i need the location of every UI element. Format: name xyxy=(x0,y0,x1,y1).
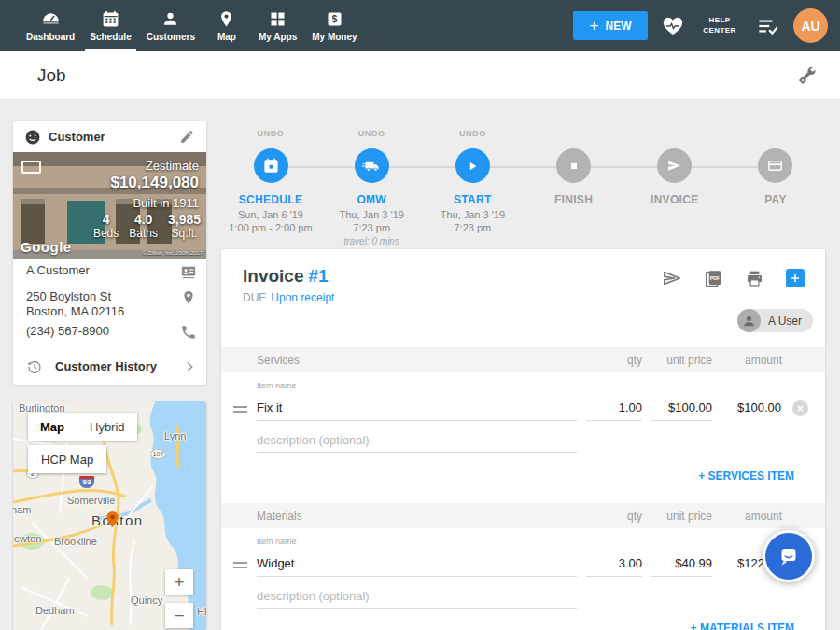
drag-handle[interactable] xyxy=(233,559,247,571)
top-nav: Dashboard Schedule Customers Map My Apps… xyxy=(0,0,840,51)
invoice-number[interactable]: #1 xyxy=(308,266,328,286)
nav-item-my-money[interactable]: $ My Money xyxy=(304,0,364,51)
service-amount: $100.00 xyxy=(737,400,781,414)
customer-card: Customer Zestimate $10,149,080 Built in … xyxy=(13,121,206,385)
sqft-stat: 3,985 Sq.ft. xyxy=(168,212,201,240)
person-icon xyxy=(741,313,757,329)
pdf-button[interactable]: PDF xyxy=(704,269,723,288)
customer-phone-row: (234) 567-8900 xyxy=(26,324,197,341)
due-value-link[interactable]: Upon receipt xyxy=(271,291,334,304)
chat-widget-button[interactable] xyxy=(763,530,815,582)
chat-bubble-icon xyxy=(775,542,803,570)
due-label: DUE xyxy=(243,291,266,304)
pay-step-button[interactable] xyxy=(758,148,792,183)
invoice-actions: PDF xyxy=(662,268,805,288)
new-button[interactable]: + NEW xyxy=(573,11,648,40)
money-icon: $ xyxy=(325,9,344,29)
assignee-chip[interactable]: A User xyxy=(737,309,813,332)
material-item-name-input[interactable] xyxy=(257,551,577,577)
nav-item-map[interactable]: Map xyxy=(203,0,251,51)
nav-item-label: Dashboard xyxy=(26,32,75,42)
streetview-frame-icon[interactable] xyxy=(21,161,41,174)
customer-history-button[interactable]: Customer History xyxy=(13,348,206,385)
start-step-button[interactable] xyxy=(455,148,490,183)
address-line2: Boston, MA 02116 xyxy=(26,304,124,318)
undo-schedule-button[interactable]: UNDO xyxy=(258,129,285,141)
send-icon xyxy=(665,157,683,175)
step-label: FINISH xyxy=(554,193,593,206)
drag-handle[interactable] xyxy=(233,403,247,415)
health-pulse-button[interactable] xyxy=(662,15,684,37)
remove-service-item-button[interactable] xyxy=(792,400,808,416)
customer-name: A Customer xyxy=(26,263,90,280)
step-label: START xyxy=(454,193,492,206)
user-avatar[interactable]: AU xyxy=(793,8,828,43)
map-type-hybrid-button[interactable]: Hybrid xyxy=(77,413,137,441)
map-label-somerville: Somerville xyxy=(67,495,115,506)
zoom-in-button[interactable]: + xyxy=(165,569,193,595)
undo-omw-button[interactable]: UNDO xyxy=(358,129,385,141)
phone-icon[interactable] xyxy=(180,324,197,341)
print-button[interactable] xyxy=(745,269,764,288)
finish-step-button[interactable] xyxy=(556,148,591,183)
location-pin-icon[interactable] xyxy=(180,289,197,306)
schedule-step-button[interactable] xyxy=(254,148,288,183)
section-name: Materials xyxy=(257,510,302,523)
photo-copyright: © Zillow, Inc. 2006-2017 xyxy=(143,250,203,256)
nav-item-my-apps[interactable]: My Apps xyxy=(251,0,304,51)
svg-text:PDF: PDF xyxy=(710,274,721,280)
timeline-step-start: UNDO START Thu, Jan 3 '19 7:23 pm xyxy=(423,129,522,248)
baths-value: 4.0 xyxy=(134,212,152,227)
item-name-label: Item name xyxy=(257,381,297,390)
nav-item-label: Map xyxy=(217,32,236,42)
service-qty-input[interactable] xyxy=(586,395,642,421)
send-invoice-button[interactable] xyxy=(662,268,682,288)
nav-item-dashboard[interactable]: Dashboard xyxy=(19,0,82,51)
map-type-map-button[interactable]: Map xyxy=(28,413,77,441)
omw-step-button[interactable] xyxy=(355,148,389,183)
sqft-label: Sq.ft. xyxy=(171,227,197,240)
add-invoice-button[interactable] xyxy=(786,269,805,287)
timeline-step-finish: FINISH xyxy=(525,129,623,248)
service-description-input[interactable] xyxy=(257,428,577,453)
undo-start-button[interactable]: UNDO xyxy=(459,129,486,141)
invoice-title: Invoice#1 xyxy=(243,266,329,287)
service-item-name-input[interactable] xyxy=(257,395,577,421)
invoice-step-button[interactable] xyxy=(657,148,692,183)
customer-address: 250 Boylston St Boston, MA 02116 xyxy=(26,289,124,319)
history-clock-icon xyxy=(26,358,43,375)
job-settings-button[interactable] xyxy=(797,65,818,86)
job-location-marker xyxy=(106,511,119,527)
new-button-label: NEW xyxy=(605,20,631,33)
nav-item-customers[interactable]: Customers xyxy=(139,0,203,51)
customer-name-row: A Customer xyxy=(26,263,197,280)
contact-card-icon[interactable] xyxy=(180,263,197,280)
add-service-item-link[interactable]: + SERVICES ITEM xyxy=(698,469,794,483)
map-label-brookline: Brookline xyxy=(54,536,97,547)
nav-item-schedule[interactable]: Schedule xyxy=(82,0,138,51)
material-qty-input[interactable] xyxy=(586,551,642,577)
services-section-header: Services qty unit price amount xyxy=(221,347,825,372)
map-type-hcp-button[interactable]: HCP Map xyxy=(28,445,106,473)
material-description-input[interactable] xyxy=(257,584,577,609)
customer-card-title: Customer xyxy=(49,130,172,144)
assignee-name: A User xyxy=(768,315,802,328)
google-watermark: Google xyxy=(21,239,72,255)
send-icon xyxy=(662,268,682,288)
edit-pencil-icon[interactable] xyxy=(179,129,195,145)
zoom-out-button[interactable]: − xyxy=(165,603,193,628)
material-unit-price-input[interactable] xyxy=(651,551,712,577)
map-type-switcher: Map Hybrid xyxy=(28,413,137,441)
person-icon xyxy=(161,9,180,29)
step-date-line2: 7:23 pm xyxy=(455,222,492,233)
help-center-button[interactable]: HELP CENTER xyxy=(698,16,741,36)
checklist-button[interactable] xyxy=(755,14,779,38)
play-icon xyxy=(464,158,481,175)
add-material-item-link[interactable]: + MATERIALS ITEM xyxy=(691,622,794,630)
unit-price-column-header: unit price xyxy=(666,510,712,523)
zestimate-label: Zestimate xyxy=(146,159,199,173)
service-unit-price-input[interactable] xyxy=(651,395,712,421)
heart-pulse-icon xyxy=(662,15,684,37)
nav-item-label: My Apps xyxy=(259,32,297,42)
baths-label: Baths xyxy=(129,227,158,240)
